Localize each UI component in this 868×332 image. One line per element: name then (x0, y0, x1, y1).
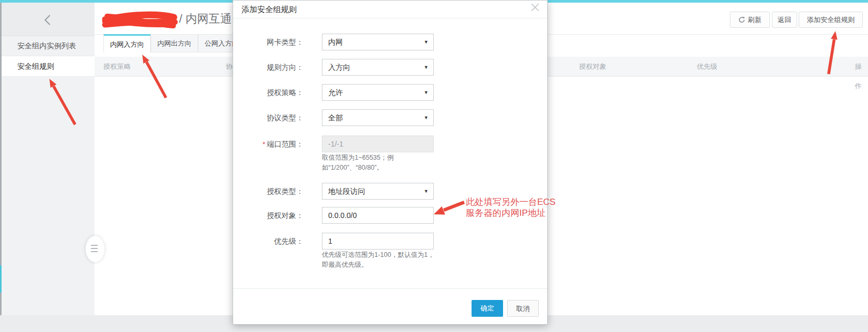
back-button[interactable] (2, 3, 95, 36)
protocol-type-label: 协议类型： (233, 109, 304, 126)
sidebar: 安全组内实例列表 安全组规则 (2, 3, 95, 315)
col-actions: 操作 (855, 57, 868, 76)
tab-label: 内网出方向 (158, 39, 192, 47)
select-value: 全部 (328, 113, 343, 122)
port-range-help: 取值范围为1~65535；例 如“1/200”、“80/80”。 (322, 153, 394, 173)
rule-direction-label: 规则方向： (233, 59, 304, 76)
sidebar-item-label: 安全组内实例列表 (17, 42, 76, 50)
hamburger-icon (91, 245, 98, 252)
dropdown-arrow-icon: ▼ (424, 110, 428, 126)
dialog-footer-divider (233, 288, 547, 289)
col-priority: 优先级 (697, 57, 717, 76)
close-icon (530, 3, 540, 12)
ok-button[interactable]: 确定 (472, 300, 503, 317)
dropdown-arrow-icon: ▼ (424, 85, 428, 100)
nic-type-label: 网卡类型： (233, 34, 304, 50)
priority-label: 优先级： (233, 233, 304, 250)
back-label: 返回 (778, 16, 791, 24)
refresh-label: 刷新 (748, 16, 761, 24)
dropdown-arrow-icon: ▼ (424, 183, 428, 199)
ecs-annotation-text: 此处填写另外一台ECS 服务器的内网IP地址 (466, 196, 560, 219)
select-value: 地址段访问 (328, 187, 365, 195)
priority-input[interactable] (322, 233, 434, 250)
dialog-title-divider (233, 18, 547, 18)
col-auth-object: 授权对象 (579, 57, 606, 76)
refresh-icon (738, 16, 745, 23)
auth-policy-label: 授权策略： (233, 84, 304, 101)
nic-type-select[interactable]: 内网 ▼ (322, 34, 434, 50)
add-rule-dialog: 添加安全组规则 网卡类型： 内网 ▼ 规则方向： 入方向 ▼ 授权策 (233, 0, 548, 325)
rule-direction-select[interactable]: 入方向 ▼ (322, 59, 434, 76)
auth-type-label: 授权类型： (233, 183, 304, 200)
select-value: 允许 (328, 88, 343, 97)
sidebar-item-rules[interactable]: 安全组规则 (2, 56, 95, 77)
required-asterisk: * (263, 140, 265, 148)
sidebar-collapse-handle[interactable] (86, 236, 104, 262)
add-rule-button[interactable]: 添加安全组规则 (799, 12, 863, 28)
dialog-title: 添加安全组规则 (242, 5, 297, 15)
priority-help: 优先级可选范围为1-100，默认值为1， 即最高优先级。 (322, 250, 434, 270)
left-scrollbar[interactable] (0, 3, 2, 315)
close-button[interactable] (530, 3, 540, 12)
col-auth-policy: 授权策略 (103, 57, 131, 76)
sidebar-item-label: 安全组规则 (17, 62, 54, 70)
auth-policy-select[interactable]: 允许 ▼ (322, 84, 434, 101)
chevron-left-icon (44, 14, 52, 26)
select-value: 内网 (328, 38, 343, 46)
select-value: 入方向 (328, 63, 350, 71)
add-rule-label: 添加安全组规则 (807, 16, 855, 24)
auth-type-select[interactable]: 地址段访问 ▼ (322, 183, 434, 200)
protocol-type-select[interactable]: 全部 ▼ (322, 109, 434, 126)
port-range-label: *端口范围： (233, 136, 304, 153)
page: 安全组内实例列表 安全组规则 / 内网互通 刷新 返回 添加安全组规则 (0, 0, 868, 332)
tab-label: 内网入方向 (110, 40, 144, 48)
dropdown-arrow-icon: ▼ (424, 59, 428, 75)
tab-intranet-inbound[interactable]: 内网入方向 (103, 34, 151, 53)
page-title: / 内网互通 (179, 11, 232, 27)
port-range-input[interactable] (322, 136, 434, 152)
tab-intranet-outbound[interactable]: 内网出方向 (151, 34, 198, 53)
auth-object-label: 授权对象： (233, 207, 304, 224)
sidebar-item-instances[interactable]: 安全组内实例列表 (2, 36, 95, 56)
refresh-button[interactable]: 刷新 (730, 12, 770, 28)
dropdown-arrow-icon: ▼ (424, 34, 428, 50)
back-nav-button[interactable]: 返回 (772, 12, 797, 28)
scrollbar-thumb[interactable] (0, 265, 2, 293)
cancel-button[interactable]: 取消 (507, 300, 539, 317)
auth-object-input[interactable] (322, 207, 434, 224)
